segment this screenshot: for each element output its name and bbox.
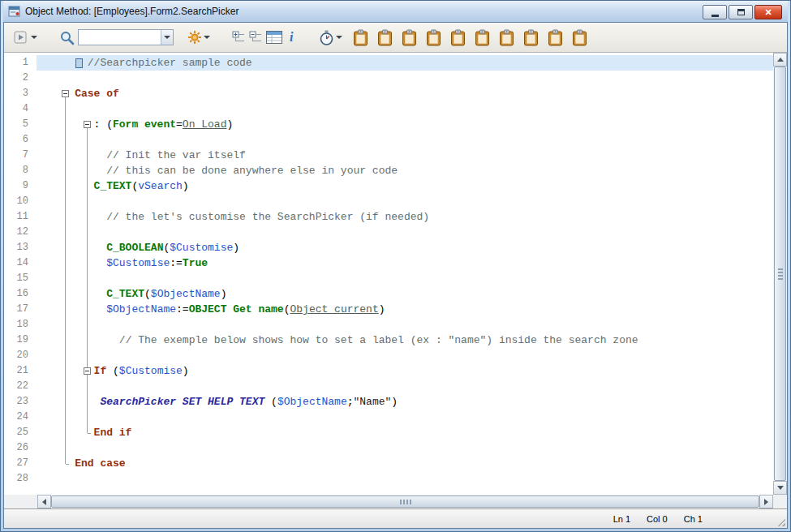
code-line[interactable]	[37, 471, 773, 487]
clipboard-icon	[572, 29, 587, 46]
timer-button[interactable]	[316, 28, 345, 47]
search-input[interactable]	[79, 30, 161, 45]
scroll-left-button[interactable]	[37, 495, 51, 508]
clipboard-button[interactable]	[546, 28, 565, 48]
line-number: 23	[4, 394, 37, 410]
info-button[interactable]: i	[284, 28, 299, 46]
line-number: 18	[4, 317, 37, 332]
code-line[interactable]	[37, 132, 773, 148]
expand-all-button[interactable]	[230, 29, 247, 45]
clipboard-button[interactable]	[351, 28, 370, 48]
macros-gear-icon	[187, 30, 202, 45]
line-number: 24	[4, 410, 37, 425]
code-line[interactable]: $ObjectName:=OBJECT Get name(Object curr…	[37, 302, 773, 317]
code-line[interactable]	[37, 71, 773, 86]
method-icon	[8, 5, 21, 18]
vertical-scroll-thumb[interactable]	[774, 66, 786, 481]
code-line[interactable]: C_BOOLEAN($Customise)	[37, 240, 773, 255]
clipboard-button[interactable]	[376, 28, 394, 48]
clipboard-icon	[499, 29, 514, 46]
code-line[interactable]: C_TEXT(vSearch)	[37, 178, 773, 194]
clipboard-icon	[475, 29, 490, 46]
line-number: 22	[4, 379, 37, 394]
code-line[interactable]: End case	[37, 456, 773, 471]
line-number: 4	[4, 101, 37, 117]
execute-method-button[interactable]	[11, 28, 40, 46]
status-line: Ln 1	[613, 514, 630, 524]
code-line[interactable]: //Searchpicker sample code	[37, 55, 773, 71]
clipboard-button[interactable]	[570, 28, 589, 48]
clipboard-button[interactable]	[497, 28, 516, 48]
clipboard-button[interactable]	[424, 28, 443, 48]
clipboard-button[interactable]	[449, 28, 467, 48]
code-line[interactable]: If ($Customise)	[37, 363, 773, 379]
code-line[interactable]	[37, 410, 773, 425]
code-line[interactable]	[37, 348, 773, 363]
code-line[interactable]	[37, 440, 773, 456]
toolbar: i	[4, 23, 787, 53]
fold-toggle[interactable]	[84, 367, 91, 375]
code-line[interactable]	[37, 379, 773, 394]
collapse-all-icon	[249, 31, 263, 44]
code-line[interactable]	[37, 194, 773, 209]
code-line[interactable]: // The exemple below shows how to set a …	[37, 332, 773, 348]
line-number: 25	[4, 425, 37, 440]
resize-grip[interactable]	[776, 517, 785, 526]
horizontal-scrollbar-row	[4, 495, 787, 508]
timer-icon	[319, 30, 334, 45]
clipboard-button[interactable]	[522, 28, 540, 48]
status-column: Col 0	[647, 514, 668, 524]
dropdown-caret-icon	[31, 36, 37, 39]
fold-toggle[interactable]	[62, 90, 69, 97]
dropdown-caret-icon	[336, 36, 342, 39]
macros-button[interactable]	[185, 28, 213, 46]
clipboard-button[interactable]	[473, 28, 492, 48]
code-line[interactable]: : (Form event=On Load)	[37, 117, 773, 132]
search-dropdown-button[interactable]	[161, 30, 173, 45]
method-list-button[interactable]	[264, 29, 284, 45]
scroll-right-button[interactable]	[759, 495, 773, 508]
line-number: 15	[4, 271, 37, 286]
window-controls: ✕	[703, 5, 782, 19]
code-line[interactable]: // this can be done anywhere else in you…	[37, 163, 773, 178]
scroll-up-button[interactable]	[773, 53, 787, 66]
clipboard-button[interactable]	[400, 28, 419, 48]
code-line[interactable]: Case of	[37, 86, 773, 101]
method-editor-window: Object Method: [Employees].Form2.SearchP…	[0, 0, 791, 532]
status-bar: Ln 1 Col 0 Ch 1	[4, 508, 787, 528]
code-line[interactable]	[37, 225, 773, 240]
vertical-scroll-track[interactable]	[773, 66, 787, 481]
code-line[interactable]	[37, 317, 773, 332]
maximize-button[interactable]	[729, 5, 753, 19]
horizontal-scrollbar[interactable]	[37, 495, 773, 508]
code-line[interactable]	[37, 101, 773, 117]
fold-toggle[interactable]	[84, 121, 91, 128]
dropdown-caret-icon	[204, 36, 210, 39]
code-line[interactable]: // Init the var itself	[37, 148, 773, 163]
line-number: 10	[4, 194, 37, 209]
code-line[interactable]: SearchPicker SET HELP TEXT ($ObjectName;…	[37, 394, 773, 410]
code-line[interactable]	[37, 271, 773, 286]
line-number: 12	[4, 225, 37, 240]
line-number: 13	[4, 240, 37, 255]
code-line[interactable]: // the let's customise the SearchPicker …	[37, 209, 773, 225]
arrow-right-icon	[764, 499, 768, 505]
titlebar[interactable]: Object Method: [Employees].Form2.SearchP…	[3, 1, 788, 22]
line-number: 11	[4, 209, 37, 225]
code-line[interactable]: $Customise:=True	[37, 255, 773, 271]
code-line[interactable]: End if	[37, 425, 773, 440]
close-button[interactable]: ✕	[754, 5, 782, 19]
vertical-scrollbar[interactable]	[773, 53, 787, 495]
clipboard-icon	[353, 29, 368, 46]
minimize-button[interactable]	[703, 5, 727, 19]
search-button[interactable]	[58, 28, 76, 47]
scroll-down-button[interactable]	[773, 481, 787, 495]
horizontal-scroll-thumb[interactable]	[51, 496, 759, 508]
code-line[interactable]: C_TEXT($ObjectName)	[37, 286, 773, 302]
editor: 1234567891011121314151617181920212223242…	[4, 53, 787, 495]
code-area[interactable]: //Searchpicker sample code Case of : (Fo…	[37, 53, 773, 495]
horizontal-scroll-track[interactable]	[51, 495, 759, 508]
line-number: 20	[4, 348, 37, 363]
line-number: 5	[4, 117, 37, 132]
collapse-all-button[interactable]	[247, 29, 264, 45]
